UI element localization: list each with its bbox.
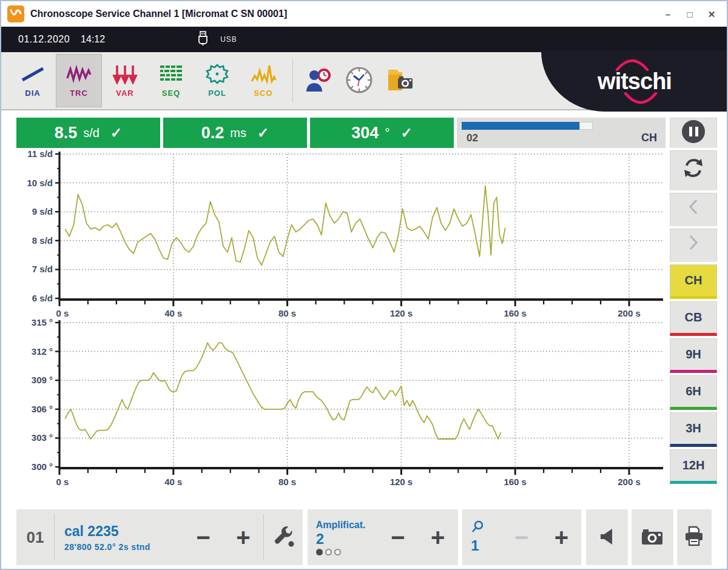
wrench-icon xyxy=(271,525,295,551)
svg-text:312 °: 312 ° xyxy=(32,346,53,357)
svg-text:160 s: 160 s xyxy=(504,477,527,487)
svg-text:306 °: 306 ° xyxy=(32,404,53,414)
folder-camera-icon xyxy=(383,66,415,96)
chevron-right-icon xyxy=(686,233,701,255)
zoom-minus-button[interactable]: − xyxy=(501,509,541,565)
beat-error-result-badge: 0.2 ms ✓ xyxy=(163,118,307,148)
magnifier-icon xyxy=(471,520,501,536)
svg-text:7 s/d: 7 s/d xyxy=(32,264,53,274)
amplitude-value: 304 xyxy=(351,124,379,142)
position-ch-button[interactable]: CH xyxy=(670,264,717,299)
progress-step-label: 02 xyxy=(467,132,478,144)
svg-text:80 s: 80 s xyxy=(278,308,296,318)
sound-button[interactable] xyxy=(586,509,628,565)
status-time: 14:12 xyxy=(81,34,105,45)
progress-head xyxy=(579,122,593,130)
titlebar: Chronoscope Service Channel 1 [Micromat … xyxy=(1,1,727,27)
svg-text:200 s: 200 s xyxy=(618,477,641,487)
caliber-name: cal 2235 xyxy=(64,523,183,540)
check-icon: ✓ xyxy=(400,125,412,141)
zoom-value: 1 xyxy=(471,537,501,554)
tool-seq-button[interactable]: SEQ xyxy=(148,54,194,107)
clock-button[interactable] xyxy=(339,54,379,107)
svg-text:120 s: 120 s xyxy=(390,477,413,487)
position-cb-button[interactable]: CB xyxy=(670,301,717,336)
caliber-plus-button[interactable]: + xyxy=(223,509,263,565)
main-area: 8.5 s/d ✓ 0.2 ms ✓ 304 ° ✓ xyxy=(1,110,727,489)
tool-trc-button[interactable]: TRC xyxy=(56,54,102,107)
camera-icon xyxy=(640,526,664,549)
statusbar: 01.12.2020 14:12 USB xyxy=(1,27,727,52)
toolbar-separator xyxy=(292,59,293,102)
snapshot-folder-button[interactable] xyxy=(379,54,419,107)
results-row: 8.5 s/d ✓ 0.2 ms ✓ 304 ° ✓ xyxy=(16,118,666,148)
settings-wrench-button[interactable] xyxy=(264,509,303,565)
svg-text:8 s/d: 8 s/d xyxy=(32,235,53,246)
bottom-control-bar: 01 cal 2235 28'800 52.0° 2s stnd − + xyxy=(16,509,712,565)
usb-label: USB xyxy=(220,35,237,44)
svg-text:300 °: 300 ° xyxy=(32,461,53,472)
amplification-plus-button[interactable]: + xyxy=(418,509,458,565)
amplitude-unit: ° xyxy=(385,126,389,140)
tool-var-button[interactable]: VAR xyxy=(102,54,148,107)
svg-text:200 s: 200 s xyxy=(618,308,641,318)
rate-unit: s/d xyxy=(83,126,99,140)
tool-dia-button[interactable]: DIA xyxy=(10,54,56,107)
chevron-left-icon xyxy=(686,198,701,219)
polygon-star-icon xyxy=(204,64,231,86)
screenshot-button[interactable] xyxy=(632,509,673,565)
svg-text:0 s: 0 s xyxy=(56,308,69,318)
rate-trace-chart: 6 s/d7 s/d8 s/d9 s/d10 s/d11 s/d0 s40 s8… xyxy=(16,149,666,318)
usb-icon xyxy=(196,30,209,49)
svg-text:160 s: 160 s xyxy=(504,308,527,318)
user-clock-icon xyxy=(305,67,333,95)
witschi-logo: witschi xyxy=(598,69,672,94)
beat-error-unit: ms xyxy=(230,126,246,140)
sequence-grid-icon xyxy=(158,64,184,86)
channel-number: 01 xyxy=(16,528,54,547)
svg-text:80 s: 80 s xyxy=(278,477,296,487)
beat-error-value: 0.2 xyxy=(201,124,224,142)
amplification-minus-button[interactable]: − xyxy=(378,509,418,565)
previous-button[interactable] xyxy=(670,193,717,226)
clock-icon xyxy=(345,66,373,96)
app-window: Chronoscope Service Channel 1 [Micromat … xyxy=(0,0,728,570)
rate-value: 8.5 xyxy=(55,124,78,142)
pause-button[interactable] xyxy=(670,118,717,148)
print-button[interactable] xyxy=(677,509,712,565)
zoom-group: 1 − + xyxy=(462,509,581,565)
toolbar: DIA TRC VAR xyxy=(1,52,727,110)
svg-text:315 °: 315 ° xyxy=(32,318,53,327)
svg-text:11 s/d: 11 s/d xyxy=(27,149,53,159)
right-sidebar: CH CB 9H 6H 3H 12H xyxy=(670,118,717,489)
caliber-minus-button[interactable]: − xyxy=(183,509,223,565)
user-timer-button[interactable] xyxy=(299,54,339,107)
refresh-button[interactable] xyxy=(670,150,717,190)
scope-peaks-icon xyxy=(250,64,277,86)
position-3h-button[interactable]: 3H xyxy=(670,412,717,447)
minimize-button[interactable]: – xyxy=(659,6,677,22)
diagram-icon xyxy=(19,64,46,86)
zoom-plus-button[interactable]: + xyxy=(541,509,581,565)
tool-sco-button[interactable]: SCO xyxy=(240,54,286,107)
maximize-button[interactable]: □ xyxy=(681,6,699,22)
arrows-down-icon xyxy=(112,64,138,86)
svg-text:120 s: 120 s xyxy=(390,308,413,318)
refresh-icon xyxy=(681,156,706,183)
amplitude-result-badge: 304 ° ✓ xyxy=(310,118,454,148)
position-9h-button[interactable]: 9H xyxy=(670,338,717,373)
progress-fill xyxy=(462,122,579,130)
svg-text:303 °: 303 ° xyxy=(32,432,53,443)
position-12h-button[interactable]: 12H xyxy=(670,449,717,484)
check-icon: ✓ xyxy=(110,125,122,141)
speaker-icon xyxy=(597,526,618,549)
amplification-label: Amplificat. xyxy=(316,520,378,531)
next-button[interactable] xyxy=(670,229,717,262)
app-logo-icon xyxy=(7,5,24,22)
position-6h-button[interactable]: 6H xyxy=(670,375,717,410)
svg-text:10 s/d: 10 s/d xyxy=(27,178,53,188)
status-date: 01.12.2020 xyxy=(18,34,70,45)
close-button[interactable]: ✕ xyxy=(703,6,721,22)
tool-pol-button[interactable]: POL xyxy=(194,54,240,107)
brand-panel: witschi xyxy=(541,51,728,112)
